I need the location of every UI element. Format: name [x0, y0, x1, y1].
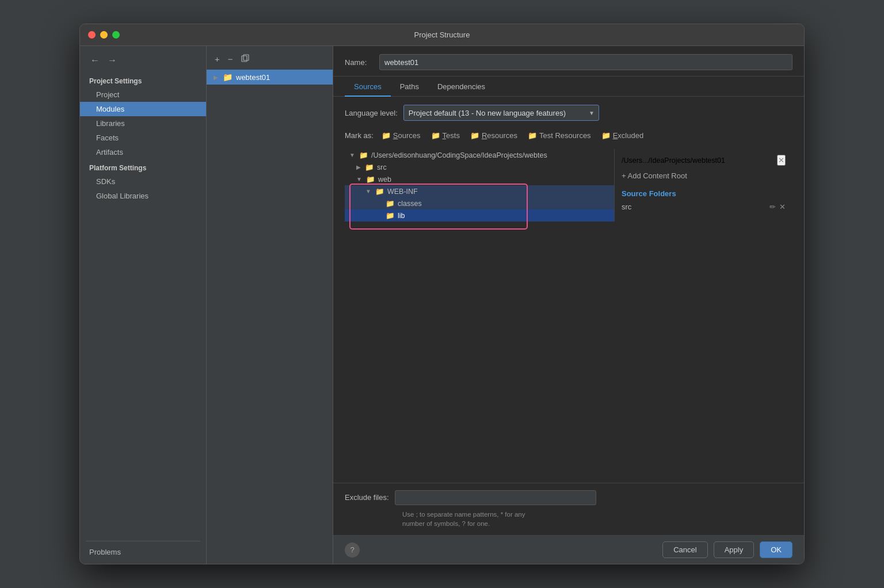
sidebar-item-label: SDKs	[96, 177, 115, 186]
mark-tests-button[interactable]: 📁 Tests	[429, 130, 462, 141]
tree-node-root[interactable]: ▼ 📁 /Users/edisonhuang/CodingSpace/IdeaP…	[345, 149, 614, 161]
source-panel-close[interactable]: ✕	[777, 155, 786, 166]
sidebar-item-project[interactable]: Project	[80, 87, 206, 102]
window-title: Project Structure	[414, 30, 470, 39]
sidebar-item-artifacts[interactable]: Artifacts	[80, 145, 206, 159]
sidebar-item-label: Libraries	[96, 119, 125, 128]
tab-paths[interactable]: Paths	[391, 77, 428, 97]
forward-button[interactable]: →	[105, 54, 119, 67]
root-folder-icon: 📁	[359, 151, 368, 159]
traffic-lights	[88, 31, 120, 39]
tree-arrow-icon: ▶	[214, 74, 218, 81]
mark-sources-button[interactable]: 📁 Sources	[379, 130, 423, 141]
footer: ? Cancel Apply OK	[333, 535, 804, 564]
mark-excluded-label: Excluded	[613, 131, 643, 140]
file-tree-area: ▼ 📁 /Users/edisonhuang/CodingSpace/IdeaP…	[345, 149, 792, 222]
source-panel-header: /Users.../IdeaProjects/webtest01 ✕	[622, 155, 786, 166]
classes-folder-icon: 📁	[386, 199, 395, 208]
tab-dependencies[interactable]: Dependencies	[428, 77, 494, 97]
sidebar-divider	[86, 541, 200, 541]
sidebar-item-label: Problems	[89, 548, 121, 556]
source-folders-title: Source Folders	[622, 189, 786, 198]
source-folder-item: src ✏ ✕	[622, 201, 786, 212]
sidebar-item-problems[interactable]: Problems	[80, 545, 206, 559]
help-button[interactable]: ?	[345, 543, 360, 558]
name-input[interactable]	[379, 54, 792, 70]
back-button[interactable]: ←	[88, 54, 102, 67]
mark-as-row: Mark as: 📁 Sources 📁 Tests 📁 Resources	[345, 130, 792, 141]
copy-module-button[interactable]	[239, 53, 252, 65]
language-level-select[interactable]: Project default (13 - No new language fe…	[403, 105, 599, 121]
module-tree: + − ▶ 📁 webtest01	[207, 46, 333, 564]
webinf-label: WEB-INF	[387, 188, 418, 196]
module-tree-item[interactable]: ▶ 📁 webtest01	[207, 70, 333, 85]
project-structure-window: Project Structure ← → Project Settings P…	[79, 24, 805, 564]
edit-source-folder-button[interactable]: ✏	[769, 203, 776, 211]
sidebar-item-facets[interactable]: Facets	[80, 131, 206, 145]
remove-source-folder-button[interactable]: ✕	[779, 203, 786, 211]
arrow-icon: ▼	[356, 176, 362, 182]
test-resources-folder-icon: 📁	[528, 131, 537, 140]
ok-button[interactable]: OK	[760, 541, 792, 558]
tab-dependencies-label: Dependencies	[437, 82, 485, 91]
web-label: web	[378, 175, 391, 184]
src-folder-icon: 📁	[365, 163, 374, 171]
add-content-root-button[interactable]: + Add Content Root	[622, 169, 786, 182]
tree-node-lib[interactable]: 📁 lib	[345, 209, 614, 222]
src-label: src	[377, 163, 387, 171]
add-module-button[interactable]: +	[212, 53, 222, 65]
mark-resources-button[interactable]: 📁 Resources	[468, 130, 520, 141]
maximize-button[interactable]	[112, 31, 120, 39]
exclude-input[interactable]	[395, 490, 596, 505]
tree-node-src[interactable]: ▶ 📁 src	[345, 161, 614, 173]
mark-tests-label: Tests	[443, 131, 460, 140]
source-panel-path: /Users.../IdeaProjects/webtest01	[622, 156, 725, 165]
sidebar-item-label: Facets	[96, 133, 119, 142]
sidebar-item-label: Artifacts	[96, 148, 123, 156]
lib-folder-icon: 📁	[386, 211, 395, 220]
remove-module-button[interactable]: −	[226, 53, 235, 65]
arrow-icon: ▶	[356, 164, 361, 170]
module-name: webtest01	[236, 73, 270, 82]
tree-node-web[interactable]: ▼ 📁 web	[345, 173, 614, 185]
folder-icon: 📁	[223, 72, 233, 82]
root-path: /Users/edisonhuang/CodingSpace/IdeaProje…	[371, 151, 547, 159]
close-button[interactable]	[88, 31, 96, 39]
tab-sources-label: Sources	[354, 82, 382, 91]
resources-folder-icon: 📁	[470, 131, 479, 140]
lib-label: lib	[398, 212, 405, 220]
sidebar-item-modules[interactable]: Modules	[80, 102, 206, 116]
file-tree: ▼ 📁 /Users/edisonhuang/CodingSpace/IdeaP…	[345, 149, 614, 222]
sidebar-item-label: Global Libraries	[96, 192, 148, 200]
platform-settings-header: Platform Settings	[80, 159, 206, 174]
tests-folder-icon: 📁	[431, 131, 440, 140]
minimize-button[interactable]	[100, 31, 108, 39]
source-folder-name: src	[622, 203, 631, 211]
sidebar-item-libraries[interactable]: Libraries	[80, 116, 206, 131]
sidebar-item-label: Modules	[96, 105, 124, 113]
titlebar: Project Structure	[80, 24, 804, 46]
mark-test-resources-button[interactable]: 📁 Test Resources	[525, 130, 593, 141]
tab-paths-label: Paths	[400, 82, 419, 91]
sidebar-nav: ← →	[80, 51, 206, 72]
sidebar-item-sdks[interactable]: SDKs	[80, 174, 206, 189]
mark-sources-label: Sources	[393, 131, 421, 140]
mark-as-label: Mark as:	[345, 131, 374, 140]
excluded-folder-icon: 📁	[601, 131, 611, 140]
sidebar-item-label: Project	[96, 90, 119, 99]
web-folder-icon: 📁	[366, 175, 375, 184]
mark-excluded-button[interactable]: 📁 Excluded	[599, 130, 646, 141]
mark-resources-label: Resources	[482, 131, 517, 140]
cancel-button[interactable]: Cancel	[662, 541, 707, 558]
apply-button[interactable]: Apply	[714, 541, 755, 558]
right-panel: Name: Sources Paths Dependencies La	[333, 46, 804, 564]
source-folder-actions: ✏ ✕	[769, 203, 786, 211]
sidebar-item-global-libraries[interactable]: Global Libraries	[80, 189, 206, 203]
tab-sources[interactable]: Sources	[345, 77, 391, 97]
tree-node-classes[interactable]: 📁 classes	[345, 197, 614, 209]
tree-node-webinf[interactable]: ▼ 📁 WEB-INF	[345, 185, 614, 197]
footer-left: ?	[345, 543, 360, 558]
exclude-label: Exclude files:	[345, 493, 389, 502]
sidebar: ← → Project Settings Project Modules Lib…	[80, 46, 207, 564]
language-level-row: Language level: Project default (13 - No…	[345, 105, 792, 121]
